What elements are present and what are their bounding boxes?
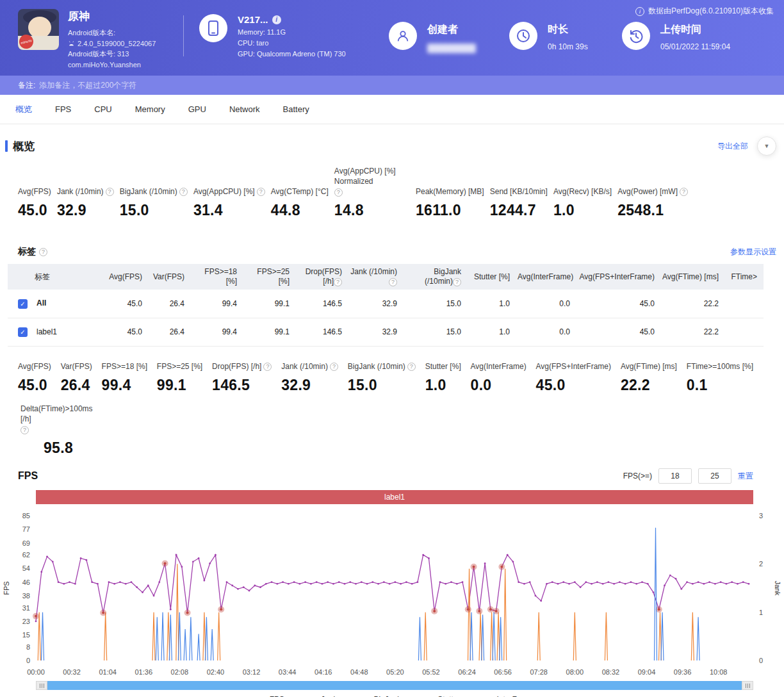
overview-section-header: 概览 导出全部 ▼ [0,135,784,158]
help-icon[interactable]: ? [263,363,272,371]
metric-value: 2548.1 [617,202,688,219]
svg-text:0: 0 [759,657,763,664]
overview-metrics-row: Avg(FPS)45.0Jank (/10min)?32.9BigJank (/… [0,158,784,219]
metric-value: 45.0 [18,377,51,394]
table-cell: 99.4 [191,318,243,346]
svg-text:03:12: 03:12 [243,668,261,676]
remark-input[interactable]: 备注: 添加备注，不超过200个字符 [0,76,784,95]
column-header: Stutter [%] [468,264,516,290]
help-icon[interactable]: ? [257,188,265,196]
scrollbar-track[interactable] [47,681,742,690]
fps-chart[interactable]: 0815233138465462697785012300:0000:3201:0… [0,504,784,677]
metric: FTime>=100ms [%]0.1 [687,362,753,395]
upload-time-label: 上传时间 [660,23,730,37]
app-block: miHoYo 原神 Android版本名: 2.4.0_5199000_5224… [18,9,183,70]
svg-text:03:44: 03:44 [279,668,297,676]
metric: Avg(CTemp) [°C]44.8 [271,187,329,220]
metric: Avg(FPS)45.0 [18,187,51,220]
tab-fps[interactable]: FPS [46,95,80,124]
fps-threshold-input-1[interactable] [658,468,692,484]
tab-battery[interactable]: Battery [274,95,318,124]
help-icon[interactable]: ? [389,278,397,286]
metric: Avg(Recv) [KB/s]1.0 [553,187,612,220]
column-header: 标签 [8,264,104,290]
svg-text:0: 0 [26,657,30,664]
help-icon[interactable]: ? [407,363,416,371]
reset-link[interactable]: 重置 [738,471,753,482]
tab-gpu[interactable]: GPU [179,95,215,124]
table-cell: 0.0 [516,318,576,346]
export-all-link[interactable]: 导出全部 [717,141,748,152]
metric-value: 45.0 [18,202,51,219]
table-cell: 1.0 [468,318,516,346]
collapse-button[interactable]: ▼ [757,136,776,156]
metric: Avg(FPS+InterFrame)45.0 [536,362,611,395]
collect-note: i 数据由PerfDog(6.0.210910)版本收集 [635,6,774,17]
table-row: ✓label145.026.499.499.1146.532.915.01.00… [8,318,764,346]
table-cell: 15.0 [404,290,468,318]
help-icon[interactable]: ? [20,426,29,434]
metric-label: Avg(CTemp) [°C] [271,187,329,197]
fps-threshold-controls: FPS(>=) 重置 [623,468,753,484]
svg-text:62: 62 [22,552,30,559]
app-avatar: miHoYo [18,9,59,50]
table-cell: 45.0 [104,290,149,318]
scrollbar-left-handle[interactable] [36,681,47,690]
svg-text:08:32: 08:32 [602,668,620,676]
row-checkbox[interactable]: ✓ [18,299,28,309]
metric-value: 1611.0 [416,202,484,219]
metric-value: 32.9 [281,377,338,394]
metric-label: Stutter [%] [425,362,461,372]
clock-icon [509,22,537,50]
svg-text:54: 54 [22,565,30,573]
tab-overview[interactable]: 概览 [6,95,41,124]
labels-section-header: 标签 ? 参数显示设置 [0,246,784,258]
scrollbar-right-handle[interactable] [742,681,753,690]
info-icon[interactable]: i [272,15,281,24]
help-icon[interactable]: ? [334,188,343,197]
column-header: FPS>=25 [%] [243,264,296,290]
app-version-name: 2.4.0_5199000_5224067 [68,38,156,49]
tab-memory[interactable]: Memory [126,95,174,124]
svg-text:05:52: 05:52 [422,668,440,676]
column-header: BigJank (/10min)? [404,264,468,290]
chart-scrollbar[interactable] [36,681,753,690]
row-checkbox[interactable]: ✓ [18,327,28,337]
metric-label: BigJank (/10min)? [120,187,188,197]
fps-threshold-input-2[interactable] [698,468,731,484]
help-icon[interactable]: ? [334,278,342,286]
metric: Peak(Memory) [MB]1611.0 [416,187,484,220]
help-icon[interactable]: ? [106,188,114,196]
metric-label: Var(FPS) [61,362,92,372]
help-icon[interactable]: ? [453,278,461,286]
report-body: 概览 导出全部 ▼ Avg(FPS)45.0Jank (/10min)?32.9… [0,135,784,697]
metric-label: Avg(AppCPU) [%]? [193,187,265,197]
help-icon[interactable]: ? [680,188,688,196]
help-icon[interactable]: ? [39,248,47,256]
help-icon[interactable]: ? [330,363,338,371]
device-info: V217... i Memory: 11.1G CPU: taro GPU: Q… [238,14,346,58]
metric: Drop(FPS) [/h]?146.5 [212,362,272,395]
svg-text:02:08: 02:08 [171,668,189,676]
tab-network[interactable]: Network [220,95,269,124]
metric-value: 1.0 [425,377,461,394]
app-title: 原神 [68,9,156,24]
label-metrics-row-2: Delta(FTime)>100ms [/h]?95.8 [0,394,784,457]
svg-text:06:56: 06:56 [494,668,512,676]
metric-value: 95.8 [20,439,96,457]
help-icon[interactable]: ? [179,188,188,196]
svg-text:00:32: 00:32 [63,668,81,676]
param-display-settings-link[interactable]: 参数显示设置 [730,247,776,258]
table-row: ✓All45.026.499.499.1146.532.915.01.00.04… [8,290,764,318]
metric-label: FPS>=18 [%] [102,362,147,372]
android-icon [68,41,75,46]
tab-cpu[interactable]: CPU [85,95,120,124]
metric-label: Send [KB/10min] [490,187,548,197]
upload-time-value: 05/01/2022 11:59:04 [660,42,730,51]
table-cell: 99.4 [191,290,243,318]
collect-note-text: 数据由PerfDog(6.0.210910)版本收集 [648,6,774,17]
metric: Jank (/10min)?32.9 [281,362,338,395]
table-cell: 0.0 [516,290,576,318]
creator-label: 创建者 [427,23,476,37]
svg-text:09:04: 09:04 [638,668,656,676]
